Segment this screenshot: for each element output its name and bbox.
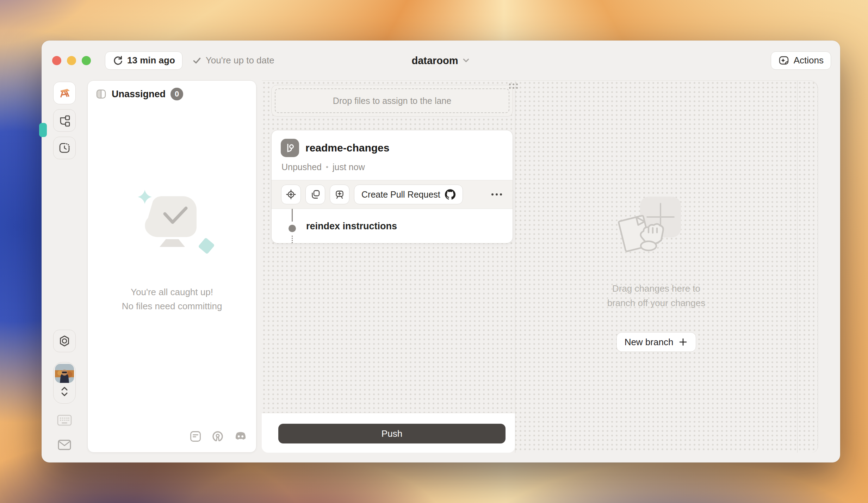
fetch-update-button[interactable]: 13 min ago xyxy=(105,51,182,70)
app-window: 13 min ago You're up to date dataroom xyxy=(42,41,840,462)
stack-add-icon xyxy=(334,189,345,200)
new-branch-button[interactable]: New branch xyxy=(616,332,696,352)
mail-icon xyxy=(57,439,72,451)
traffic-lights xyxy=(52,56,91,65)
meta-separator: • xyxy=(326,163,328,171)
push-button[interactable]: Push xyxy=(278,424,506,443)
tab-history[interactable] xyxy=(53,137,76,159)
check-icon xyxy=(192,56,202,65)
chevron-down-icon xyxy=(462,56,470,65)
branch-status: Unpushed xyxy=(281,162,322,172)
gear-icon xyxy=(58,335,71,347)
active-tab-indicator xyxy=(39,123,47,137)
branch-card-header[interactable]: readme-changes Unpushed • just now xyxy=(272,130,513,180)
new-branch-dropzone[interactable]: Drag changes here to branch off your cha… xyxy=(515,81,797,453)
push-label: Push xyxy=(382,428,402,439)
lane-column: Drop files to assign to the lane read xyxy=(262,81,515,453)
minimize-window-button[interactable] xyxy=(67,56,76,65)
hint-line2: branch off your changes xyxy=(607,296,705,310)
feedback-button[interactable] xyxy=(53,439,76,451)
copy-button[interactable] xyxy=(305,185,325,204)
panel-resize-divider[interactable] xyxy=(797,81,798,453)
user-avatar xyxy=(55,364,74,383)
crosshair-plus-icon xyxy=(286,189,296,200)
open-source-icon[interactable] xyxy=(211,430,224,443)
sparkle-square-icon xyxy=(778,55,789,66)
hint-line1: Drag changes here to xyxy=(607,281,705,296)
sync-status: You're up to date xyxy=(192,55,274,66)
gitbutler-workbench-icon xyxy=(57,86,72,100)
commit-dot-icon xyxy=(289,225,296,232)
plus-icon xyxy=(678,337,688,347)
dropzone-label: Drop files to assign to the lane xyxy=(333,96,451,106)
chevron-updown-icon xyxy=(60,386,69,398)
commit-line-dotted xyxy=(292,236,293,243)
empty-state: You're all caught up! No files need comm… xyxy=(88,186,256,313)
copy-icon xyxy=(310,189,321,200)
project-name: dataroom xyxy=(411,55,458,66)
branch-menu-button[interactable] xyxy=(491,190,503,199)
new-branch-label: New branch xyxy=(625,337,674,348)
sync-icon xyxy=(112,55,123,66)
empty-state-text: You're all caught up! No files need comm… xyxy=(122,285,222,313)
branch-meta: Unpushed • just now xyxy=(281,162,503,172)
branch-name: readme-changes xyxy=(305,142,389,154)
file-dropzone[interactable]: Drop files to assign to the lane xyxy=(271,85,513,117)
keyboard-icon xyxy=(57,414,72,426)
branch-time: just now xyxy=(333,162,365,172)
unassigned-panel: Unassigned 0 You're all caught up! No fi… xyxy=(87,80,256,453)
update-time-label: 13 min ago xyxy=(127,55,175,66)
branches-icon xyxy=(58,114,71,127)
add-dependent-branch-button[interactable] xyxy=(330,185,349,204)
virtual-branch-icon xyxy=(281,139,299,157)
github-icon xyxy=(445,189,455,200)
left-rail xyxy=(42,80,87,462)
tab-workspace[interactable] xyxy=(53,82,76,104)
unassigned-count-badge: 0 xyxy=(170,88,183,100)
branch-card: readme-changes Unpushed • just now xyxy=(271,130,513,243)
unassigned-title: Unassigned xyxy=(112,89,166,100)
drag-changes-hint: Drag changes here to branch off your cha… xyxy=(607,281,705,310)
history-clock-icon xyxy=(58,142,71,154)
actions-button[interactable]: Actions xyxy=(771,51,831,70)
empty-line1: You're all caught up! xyxy=(122,285,222,299)
workspace-canvas: Drop files to assign to the lane read xyxy=(262,80,818,453)
unassigned-header: Unassigned 0 xyxy=(88,81,256,107)
close-window-button[interactable] xyxy=(52,56,61,65)
commit-row[interactable]: reindex instructions xyxy=(272,209,513,243)
split-panel-icon[interactable] xyxy=(95,88,107,100)
settings-button[interactable] xyxy=(53,330,76,352)
drag-changes-illustration xyxy=(610,195,702,269)
pr-label: Create Pull Request xyxy=(361,190,440,200)
changelog-icon[interactable] xyxy=(189,430,202,443)
tab-branches[interactable] xyxy=(53,109,76,132)
discord-icon[interactable] xyxy=(234,430,248,442)
create-pull-request-button[interactable]: Create Pull Request xyxy=(354,185,463,204)
account-switcher[interactable] xyxy=(53,362,76,404)
titlebar: 13 min ago You're up to date dataroom xyxy=(42,41,840,80)
commit-message: reindex instructions xyxy=(306,221,397,231)
project-switcher[interactable]: dataroom xyxy=(411,55,470,66)
zoom-window-button[interactable] xyxy=(82,56,91,65)
caught-up-illustration xyxy=(128,186,216,264)
actions-label: Actions xyxy=(794,55,824,66)
keyboard-shortcuts-button[interactable] xyxy=(53,414,76,426)
branch-toolbar: Create Pull Request xyxy=(272,180,513,209)
commit-line xyxy=(292,209,293,222)
assign-target-button[interactable] xyxy=(281,185,301,204)
lane-footer: Push xyxy=(262,413,515,453)
sync-status-label: You're up to date xyxy=(206,55,274,66)
empty-line2: No files need committing xyxy=(122,299,222,313)
panel-footer-links xyxy=(189,430,248,443)
